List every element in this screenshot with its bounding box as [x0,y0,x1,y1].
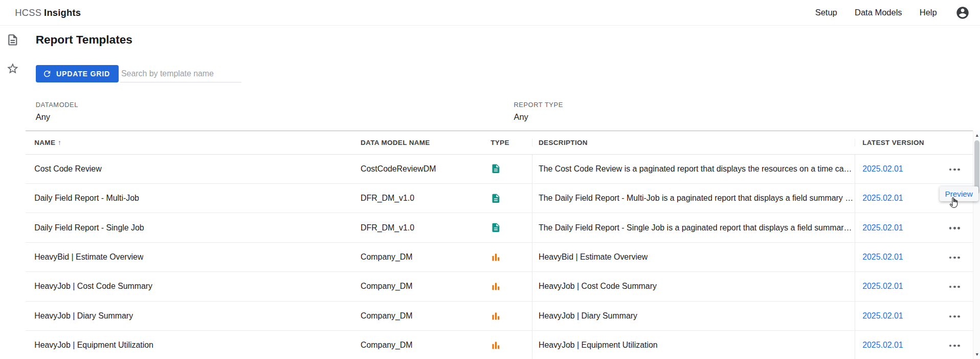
data-model-name: DFR_DM_v1.0 [361,223,414,233]
account-circle-icon[interactable] [955,6,970,20]
nav-data-models[interactable]: Data Models [855,8,902,17]
bar-chart-icon [491,311,501,322]
bar-chart-icon [491,281,501,292]
search-input[interactable] [120,65,241,82]
version-link[interactable]: 2025.02.01 [862,194,903,203]
data-model-name: Company_DM [361,252,412,262]
template-description: HeavyJob | Cost Code Summary [539,282,657,291]
version-link[interactable]: 2025.02.01 [862,341,903,350]
table-row[interactable]: Daily Field Report - Single Job DFR_DM_v… [26,213,973,242]
app-logo[interactable]: HCSSInsights [15,7,81,18]
report-templates-icon[interactable] [6,33,19,47]
nav-setup[interactable]: Setup [815,8,837,17]
template-name: HeavyJob | Cost Code Summary [34,282,152,291]
table-row[interactable]: HeavyJob | Cost Code Summary Company_DM … [26,272,973,301]
report-type-filter: REPORT TYPE Any [514,101,563,122]
template-description: HeavyJob | Diary Summary [539,311,637,321]
column-header-name[interactable]: NAME ↑ [26,139,361,146]
update-grid-label: UPDATE GRID [56,70,110,78]
datamodel-filter: DATAMODEL Any [36,101,78,122]
version-link[interactable]: 2025.02.01 [862,282,903,291]
row-actions-button[interactable] [946,252,963,263]
version-link[interactable]: 2025.02.01 [862,223,903,233]
update-grid-button[interactable]: UPDATE GRID [36,65,119,82]
template-description: HeavyJob | Equipment Utilization [539,341,658,350]
table-row[interactable]: HeavyJob | Equipment Utilization Company… [26,331,973,359]
column-header-type[interactable]: TYPE [491,139,532,146]
data-model-name: Company_DM [361,341,412,350]
table-row[interactable]: HeavyBid | Estimate Overview Company_DM … [26,243,973,272]
page-title: Report Templates [36,33,132,47]
row-actions-button[interactable] [946,340,963,351]
vertical-scrollbar[interactable]: ▲ ▼ [973,131,979,359]
brand-name: Insights [44,7,81,18]
table-row[interactable]: Daily Field Report - Multi-Job DFR_DM_v1… [26,184,973,213]
document-report-icon [491,163,501,174]
scrollbar-thumb[interactable] [974,140,979,194]
sort-ascending-icon: ↑ [58,139,61,146]
data-model-name: CostCodeReviewDM [361,164,436,174]
column-header-latest-version[interactable]: LATEST VERSION [855,139,937,146]
table-header-row: NAME ↑ DATA MODEL NAME TYPE DESCRIPTION … [26,131,973,154]
filter-bar: DATAMODEL Any REPORT TYPE Any [26,94,973,131]
scroll-down-arrow-icon[interactable]: ▼ [973,351,979,358]
top-bar: HCSSInsights Setup Data Models Help [0,0,980,26]
preview-menu-item[interactable]: Preview [940,186,978,201]
template-description: The Daily Field Report - Single Job is a… [539,223,855,233]
datamodel-filter-label: DATAMODEL [36,101,78,109]
template-description: The Daily Field Report - Multi-Job is a … [539,194,855,203]
brand-prefix: HCSS [15,7,41,18]
version-link[interactable]: 2025.02.01 [862,311,903,321]
data-model-name: Company_DM [361,282,412,291]
table-row[interactable]: Cost Code Review CostCodeReviewDM The Co… [26,155,973,184]
favorites-star-icon[interactable] [6,62,19,75]
column-header-description[interactable]: DESCRIPTION [532,139,855,146]
row-actions-button[interactable] [946,281,963,292]
refresh-icon [42,69,52,78]
template-name: HeavyJob | Diary Summary [34,311,133,321]
table-row[interactable]: HeavyJob | Diary Summary Company_DM Heav… [26,302,973,331]
row-actions-button[interactable] [946,222,963,233]
nav-help[interactable]: Help [920,8,937,17]
insights-app: HCSSInsights Setup Data Models Help Repo… [0,0,980,359]
top-nav: Setup Data Models Help [815,6,970,20]
row-actions-button[interactable] [946,311,963,322]
report-type-filter-label: REPORT TYPE [514,101,563,109]
document-report-icon [491,193,501,204]
template-description: HeavyBid | Estimate Overview [539,252,648,262]
bar-chart-icon [491,252,501,263]
report-templates-table: NAME ↑ DATA MODEL NAME TYPE DESCRIPTION … [26,131,973,359]
version-link[interactable]: 2025.02.01 [862,252,903,262]
data-model-name: DFR_DM_v1.0 [361,194,414,203]
datamodel-filter-value[interactable]: Any [36,112,78,122]
template-description: The Cost Code Review is a paginated repo… [539,164,855,174]
row-actions-button[interactable] [946,163,963,174]
bar-chart-icon [491,340,501,351]
template-name: Daily Field Report - Multi-Job [34,194,139,203]
template-name: Cost Code Review [34,164,101,174]
column-header-data-model[interactable]: DATA MODEL NAME [361,139,491,146]
template-name: Daily Field Report - Single Job [34,223,144,233]
data-model-name: Company_DM [361,311,412,321]
template-name: HeavyBid | Estimate Overview [34,252,143,262]
report-type-filter-value[interactable]: Any [514,112,563,122]
document-report-icon [491,222,501,233]
version-link[interactable]: 2025.02.01 [862,164,903,174]
template-name: HeavyJob | Equipment Utilization [34,341,153,350]
scroll-up-arrow-icon[interactable]: ▲ [973,132,979,139]
